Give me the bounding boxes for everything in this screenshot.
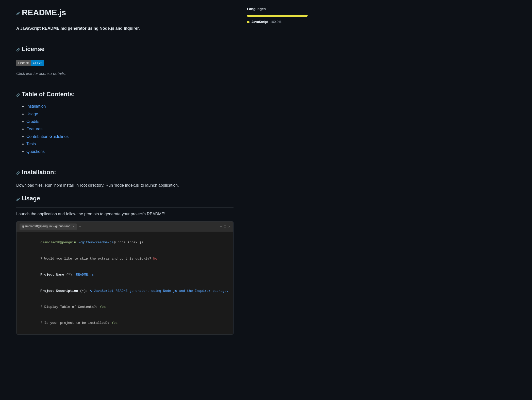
terminal-user: giamolao98@penguin	[40, 241, 76, 244]
installation-section: 🔗 Installation: Download files. Run 'npm…	[16, 167, 234, 189]
toc-list: Installation Usage Credits Features Cont…	[16, 103, 234, 155]
installation-body: Download files. Run 'npm install' in roo…	[16, 182, 234, 189]
badge-value: GPLv3	[31, 60, 44, 66]
terminal-q2-answer: Yes	[100, 305, 106, 309]
terminal-field1-name: Project Name (*):	[40, 273, 76, 277]
javascript-pct: 100.0%	[270, 19, 281, 25]
divider-4	[16, 207, 234, 208]
terminal-line-2: ? Would you like to skip the extras and …	[21, 251, 229, 267]
divider-2	[16, 83, 234, 83]
list-item: Features	[26, 126, 234, 132]
terminal-cmd: $ node index.js	[114, 241, 143, 244]
badge-label: License	[16, 60, 31, 66]
terminal-line-6: ? Is your project to be installed?: Yes	[21, 315, 229, 331]
list-item: Questions	[26, 148, 234, 155]
terminal-titlebar: giamolao98@penguin:~/github/read × + − □…	[16, 221, 233, 231]
toc-link-usage[interactable]: Usage	[26, 112, 38, 116]
usage-section: 🔗 Usage Launch the application and follo…	[16, 194, 234, 335]
terminal-q1-answer: No	[153, 257, 157, 261]
usage-body: Launch the application and follow the pr…	[16, 211, 234, 217]
list-item: Installation	[26, 103, 234, 110]
javascript-dot-icon	[247, 21, 250, 23]
terminal-tab-add-icon[interactable]: +	[79, 224, 81, 229]
terminal-maximize-icon[interactable]: □	[224, 224, 226, 229]
subtitle: A JavaScript README.md generator using N…	[16, 25, 234, 32]
terminal-path: ~/github/readme-js	[78, 241, 113, 244]
toc-link-tests[interactable]: Tests	[26, 142, 36, 146]
license-heading: License	[22, 44, 44, 54]
terminal-line-4: Project Description (*): A JavaScript RE…	[21, 283, 229, 299]
terminal-q2-label: ? Display Table of Contents?:	[40, 305, 100, 309]
terminal-field2-name: Project Description (*):	[40, 289, 90, 293]
divider-3	[16, 161, 234, 161]
license-section: 🔗 License License GPLv3 Click link for l…	[16, 44, 234, 77]
languages-bar-container	[247, 15, 308, 17]
terminal-field1-value: README.js	[76, 273, 94, 277]
toc-link-icon[interactable]: 🔗	[16, 93, 20, 98]
languages-title: Languages	[247, 6, 308, 12]
toc-section: 🔗 Table of Contents: Installation Usage …	[16, 89, 234, 155]
main-content: 🔗 README.js A JavaScript README.md gener…	[8, 0, 242, 400]
terminal-tab: giamolao98@penguin:~/github/read ×	[20, 223, 77, 229]
toc-link-features[interactable]: Features	[26, 127, 42, 131]
terminal-q3-answer: Yes	[112, 321, 118, 325]
list-item: Contribution Guidelines	[26, 133, 234, 140]
terminal-window: giamolao98@penguin:~/github/read × + − □…	[16, 221, 234, 335]
terminal-controls: − □ ×	[220, 224, 230, 229]
list-item: Usage	[26, 111, 234, 117]
divider-1	[16, 38, 234, 38]
usage-heading: Usage	[22, 194, 40, 203]
usage-link-icon[interactable]: 🔗	[16, 197, 20, 202]
terminal-close-icon[interactable]: ×	[228, 224, 230, 229]
terminal-tab-label: giamolao98@penguin:~/github/read	[22, 225, 71, 228]
list-item: Credits	[26, 118, 234, 125]
terminal-line-3: Project Name (*): README.js	[21, 267, 229, 283]
toc-link-installation[interactable]: Installation	[26, 104, 46, 108]
terminal-tab-close-icon[interactable]: ×	[73, 225, 74, 228]
javascript-name: JavaScript	[252, 19, 268, 25]
languages-bar-fill	[247, 15, 308, 17]
list-item: Tests	[26, 141, 234, 147]
toc-heading: Table of Contents:	[22, 89, 75, 99]
language-item-javascript: JavaScript 100.0%	[247, 19, 308, 25]
sidebar: Languages JavaScript 100.0%	[242, 0, 313, 400]
toc-link-contribution[interactable]: Contribution Guidelines	[26, 134, 69, 139]
terminal-line-1: giamolao98@penguin:~/github/readme-js$ n…	[21, 235, 229, 251]
toc-link-questions[interactable]: Questions	[26, 149, 45, 154]
title-link-icon[interactable]: 🔗	[16, 11, 20, 16]
installation-link-icon[interactable]: 🔗	[16, 171, 20, 175]
license-italic-text: Click link for license details.	[16, 70, 234, 77]
license-link-icon[interactable]: 🔗	[16, 48, 20, 52]
terminal-body: giamolao98@penguin:~/github/readme-js$ n…	[16, 232, 233, 334]
installation-heading: Installation:	[22, 167, 56, 177]
page-title: README.js	[22, 6, 66, 19]
license-badge[interactable]: License GPLv3	[16, 60, 44, 66]
terminal-field2-value: A JavaScript README generator, using Nod…	[90, 289, 228, 293]
terminal-q3-label: ? Is your project to be installed?:	[40, 321, 112, 325]
terminal-line-5: ? Display Table of Contents?: Yes	[21, 299, 229, 315]
toc-link-credits[interactable]: Credits	[26, 119, 39, 124]
terminal-q1-label: ? Would you like to skip the extras and …	[40, 257, 153, 261]
terminal-minimize-icon[interactable]: −	[220, 224, 222, 229]
